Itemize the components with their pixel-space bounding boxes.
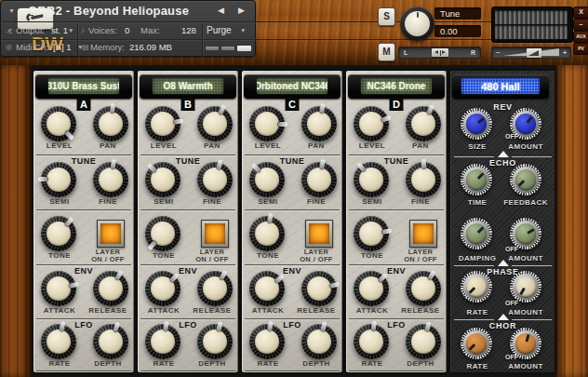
fx-knob-echo-time[interactable] [461,164,492,195]
knob-d-release[interactable] [406,271,441,306]
fx-knob-fx-amount[interactable] [510,218,541,249]
knob-c-attack[interactable] [249,271,285,306]
knob-d-pan[interactable] [406,106,441,141]
knob-b-rate[interactable] [145,324,180,359]
fx-section-arrow-icon [498,260,509,266]
knob-c-fine[interactable] [301,162,337,197]
knob-c-pan[interactable] [301,106,337,141]
fx-knob-phase-amount[interactable] [510,271,541,303]
knob-b-release[interactable] [197,271,233,306]
knob-b-pan[interactable] [197,106,233,141]
knob-a-tone[interactable] [41,216,76,251]
knob-c-level-pointer [278,122,287,127]
voices-label: Voices: [88,25,117,35]
layer-on-off-button-b[interactable] [201,220,229,248]
knob-a-fine[interactable] [93,162,128,197]
knob-d-fine[interactable] [406,162,441,197]
knob-a-attack[interactable] [41,271,76,306]
knob-b-depth[interactable] [197,324,233,359]
knob-a-pan-pointer [110,103,115,113]
knob-a-depth[interactable] [93,324,128,359]
knob-d-depth[interactable] [406,324,441,359]
knob-label: SEMI [33,197,86,206]
layer-on-off-button-c[interactable] [305,220,333,248]
midi-channel-value[interactable]: [A] 1 [53,42,72,52]
pv-button[interactable]: PV [573,43,588,55]
prev-instrument-icon[interactable]: ◀ [218,6,224,15]
volume-slider-handle[interactable] [527,48,541,58]
fx-preset-display[interactable]: 480 Hall [461,78,540,94]
next-instrument-icon[interactable]: ▶ [238,6,245,15]
knob-c-tone[interactable] [249,216,285,251]
knob-d-release-pointer [427,270,435,280]
knob-label: ATTACK [138,306,190,315]
knob-label: RELEASE [186,306,238,315]
purge-button[interactable]: Purge [207,25,232,35]
knob-b-semi[interactable] [145,162,180,197]
fx-knob-phase-rate[interactable] [461,271,492,303]
knob-d-tone[interactable] [354,216,389,251]
volume-slider[interactable]: − + [491,47,571,59]
knob-b-level[interactable] [145,106,180,141]
knob-label: DEPTH [186,359,238,368]
knob-d-rate[interactable] [354,324,389,359]
section-divider [349,370,444,371]
max-voices-label: Max: [140,25,160,35]
preset-display-bezel: Orbitoned NC346 [244,74,341,99]
fx-knob-echo-feedback[interactable] [510,164,541,195]
knob-b-tone[interactable] [145,216,180,251]
mute-button[interactable]: M [378,43,395,61]
knob-c-depth[interactable] [301,324,337,359]
purge-indicator-bar [237,46,251,51]
output-dropdown-icon[interactable]: ▼ [68,27,74,34]
section-divider [36,370,131,371]
knob-a-semi-pointer [38,178,47,182]
close-button[interactable]: X [573,7,588,19]
knob-b-attack[interactable] [145,271,180,306]
knob-c-release[interactable] [301,271,337,306]
aux-button[interactable]: AUX [573,31,588,43]
fx-knob-label: DAMPING [450,254,504,263]
knob-a-rate[interactable] [41,324,76,359]
knob-c-rate[interactable] [249,324,285,359]
level-meter-panel [491,7,573,43]
knob-label: RELEASE [290,306,342,315]
layer-on-indicator [309,223,329,244]
knob-d-semi[interactable] [354,162,389,197]
fx-knob-rev-amount-pointer [526,115,532,123]
fx-knob-rev-size[interactable] [461,108,492,140]
knob-c-level[interactable] [249,106,285,141]
tune-knob[interactable] [400,7,434,41]
output-value[interactable]: st. 1 [51,25,68,35]
tune-value[interactable]: 0.00 [434,25,481,37]
pan-slider[interactable]: L R [398,47,481,59]
solo-button[interactable]: S [378,7,395,26]
fx-panel: 480 Hall REVSIZEAMOUNTOFFECHOTIMEFEEDBAC… [450,71,555,372]
preset-display-c[interactable]: Orbitoned NC346 [257,78,327,94]
fx-section-title-chor: CHOR [450,321,555,330]
minimize-button[interactable]: – [573,19,588,31]
knob-a-pan[interactable] [93,106,128,141]
purge-dropdown-icon[interactable]: ▼ [240,27,246,34]
fx-knob-fx-damping[interactable] [461,218,492,249]
max-voices-value[interactable]: 128 [181,25,196,35]
knob-d-level[interactable] [354,106,389,141]
preset-display-d[interactable]: NC346 Drone [361,78,432,94]
knob-a-release[interactable] [93,271,128,306]
pan-slider-handle[interactable] [432,48,448,57]
fx-knob-echo-time-pointer [476,172,484,180]
knob-b-fine[interactable] [197,162,233,197]
collapse-caret-icon[interactable]: ▼ [8,7,15,14]
layer-on-off-button-a[interactable] [97,220,125,248]
preset-display-bezel: O8 Warmth [140,74,236,99]
preset-display-a[interactable]: 310U Brass Sust [48,78,119,94]
knob-d-attack[interactable] [354,271,389,306]
knob-a-semi[interactable] [41,162,76,197]
fx-section-arrow-icon [498,151,509,157]
layer-on-off-button-d[interactable] [409,220,437,248]
knob-a-level[interactable] [41,106,76,141]
preset-display-b[interactable]: O8 Warmth [153,78,223,94]
knob-c-semi[interactable] [249,162,285,197]
knob-a-release-pointer [114,270,123,280]
fx-knob-chor-rate[interactable] [461,328,492,359]
